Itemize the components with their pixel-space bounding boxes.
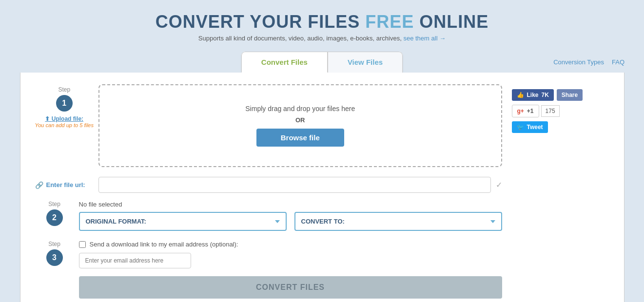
see-all-link[interactable]: see them all → — [403, 35, 446, 42]
convert-files-button[interactable]: CONVERT FILES — [79, 276, 502, 299]
facebook-share-button[interactable]: Share — [557, 89, 583, 101]
facebook-row: 👍 Like 7K Share — [512, 89, 609, 101]
url-label-text: Enter file url: — [46, 181, 85, 189]
email-check-label: Send a download link to my email address… — [90, 241, 238, 248]
no-file-text: No file selected — [79, 201, 502, 208]
step3-text: Step — [48, 241, 60, 247]
step2-content: No file selected ORIGINAL FORMAT: CONVER… — [79, 201, 502, 231]
twitter-tweet-button[interactable]: 🐦 Tweet — [512, 121, 548, 133]
title-part1: CONVERT YOUR FILES — [156, 12, 365, 32]
upload-subtitle: You can add up to 5 files — [35, 122, 94, 128]
url-check-icon: ✓ — [496, 180, 502, 189]
step3-row: Step 3 Send a download link to my email … — [35, 241, 502, 299]
tabs-nav: Convert Files View Files Conversion Type… — [0, 52, 644, 73]
gplus-button[interactable]: g+ +1 — [512, 105, 539, 117]
tweet-label: Tweet — [527, 124, 543, 131]
step1-row: Step 1 ⬆ Upload file: You can add up to … — [35, 84, 502, 167]
format-row: ORIGINAL FORMAT: CONVERT TO: — [79, 212, 502, 231]
tab-view[interactable]: View Files — [328, 52, 403, 73]
step3-circle: 3 — [46, 249, 63, 266]
conversion-types-link[interactable]: Conversion Types — [553, 58, 604, 66]
faq-link[interactable]: FAQ — [612, 58, 624, 66]
step2-row: Step 2 No file selected ORIGINAL FORMAT:… — [35, 201, 502, 231]
step3-content: Send a download link to my email address… — [79, 241, 502, 299]
like-label: Like — [527, 92, 539, 98]
step3-label: Step 3 — [35, 241, 74, 266]
url-row: 🔗 Enter file url: ✓ — [35, 177, 502, 193]
gplus-plus: +1 — [527, 108, 534, 114]
url-label: 🔗 Enter file url: — [35, 181, 94, 189]
email-check-row: Send a download link to my email address… — [79, 241, 502, 248]
original-format-select[interactable]: ORIGINAL FORMAT: — [79, 212, 287, 231]
like-count: 7K — [542, 92, 549, 98]
url-input[interactable] — [98, 177, 491, 193]
fb-icon: 👍 — [517, 92, 524, 98]
step2-text: Step — [48, 201, 60, 208]
upload-info: ⬆ Upload file: You can add up to 5 files — [35, 115, 94, 128]
email-input[interactable] — [79, 253, 191, 268]
gplus-count: 175 — [541, 105, 560, 117]
email-checkbox[interactable] — [79, 241, 86, 248]
form-area: Step 1 ⬆ Upload file: You can add up to … — [35, 84, 502, 302]
nav-links: Conversion Types FAQ — [553, 58, 624, 66]
page-title: CONVERT YOUR FILES FREE ONLINE — [0, 12, 644, 32]
dropzone-text: Simply drag and drop your files here — [245, 105, 355, 113]
step2-label: Step 2 — [35, 201, 74, 226]
title-free: FREE — [365, 12, 414, 32]
step1-label: Step 1 ⬆ Upload file: You can add up to … — [35, 84, 94, 128]
browse-file-button[interactable]: Browse file — [256, 129, 344, 147]
convert-to-select[interactable]: CONVERT TO: — [294, 212, 502, 231]
twitter-icon: 🐦 — [517, 124, 524, 131]
link-icon: 🔗 — [35, 181, 43, 189]
dropzone-or: OR — [295, 116, 305, 124]
tab-convert[interactable]: Convert Files — [241, 52, 328, 73]
gplus-icon: g+ — [517, 108, 524, 114]
twitter-row: 🐦 Tweet — [512, 121, 609, 133]
step1-text: Step — [58, 86, 70, 93]
share-label: Share — [562, 92, 578, 98]
upload-link[interactable]: ⬆ Upload file: — [35, 115, 94, 122]
subtitle: Supports all kind of documents, video, a… — [0, 35, 644, 42]
step2-circle: 2 — [46, 209, 63, 226]
tabs-container: Convert Files View Files — [241, 52, 403, 73]
title-part2: ONLINE — [414, 12, 488, 32]
sidebar-social: 👍 Like 7K Share g+ +1 175 🐦 Tweet — [512, 84, 609, 302]
dropzone[interactable]: Simply drag and drop your files here OR … — [98, 84, 502, 167]
main-content: Step 1 ⬆ Upload file: You can add up to … — [20, 73, 624, 302]
gplus-row: g+ +1 175 — [512, 105, 609, 117]
facebook-like-button[interactable]: 👍 Like 7K — [512, 89, 554, 101]
step1-circle: 1 — [56, 95, 73, 112]
